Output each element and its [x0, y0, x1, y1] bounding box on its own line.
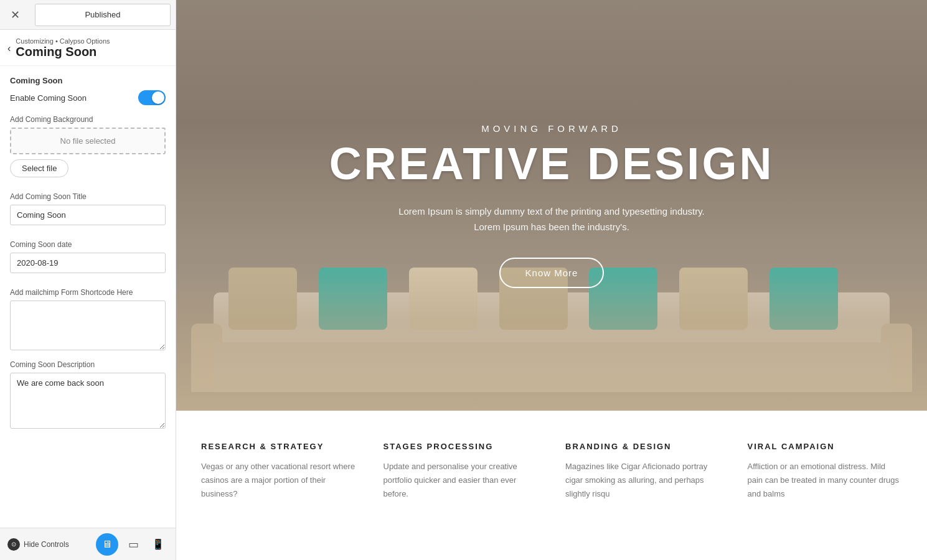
hide-controls-icon: ⊙ — [7, 538, 20, 551]
hide-controls-button[interactable]: ⊙ Hide Controls — [7, 538, 91, 551]
card-3-text: Magazines like Cigar Aficionado portray … — [565, 460, 720, 501]
hero-cta-button[interactable]: Know More — [499, 258, 605, 288]
card-2: STAGES PROCESSING Update and personalise… — [377, 442, 545, 501]
hero-title: CREATIVE DESIGN — [329, 141, 774, 186]
published-label: Published — [85, 10, 120, 19]
breadcrumb-title: Coming Soon — [16, 45, 110, 59]
coming-soon-title-input[interactable] — [10, 205, 166, 225]
card-2-text: Update and personalise your creative por… — [384, 460, 539, 501]
mobile-icon: 📱 — [152, 538, 164, 550]
coming-soon-date-label: Coming Soon date — [10, 240, 166, 249]
mobile-view-button[interactable]: 📱 — [148, 534, 168, 554]
right-preview: MOVING FORWARD CREATIVE DESIGN Lorem Ips… — [176, 0, 927, 560]
card-3: BRANDING & DESIGN Magazines like Cigar A… — [559, 442, 727, 501]
desktop-view-button[interactable]: 🖥 — [96, 533, 118, 556]
description-label: Coming Soon Description — [10, 360, 166, 369]
select-file-button[interactable]: Select file — [10, 159, 68, 177]
tablet-icon: ▭ — [128, 538, 139, 551]
monitor-icon: 🖥 — [102, 539, 112, 550]
coming-soon-date-input[interactable] — [10, 253, 166, 273]
hero-subtitle: MOVING FORWARD — [329, 123, 774, 134]
enable-toggle-label: Enable Coming Soon — [10, 93, 87, 103]
breadcrumb-text: Customizing • Calypso Options Coming Soo… — [16, 37, 110, 59]
description-textarea[interactable]: We are come back soon — [10, 373, 166, 429]
card-3-title: BRANDING & DESIGN — [565, 442, 720, 451]
card-4-text: Affliction or an emotional distress. Mil… — [748, 460, 903, 501]
published-button[interactable]: Published — [35, 4, 171, 26]
card-2-title: STAGES PROCESSING — [384, 442, 539, 451]
file-drop-zone: No file selected — [10, 128, 166, 154]
hero-description: Lorem Ipsum is simply dummy text of the … — [377, 203, 726, 235]
hide-controls-label: Hide Controls — [24, 540, 69, 549]
card-1-text: Vegas or any other vacational resort whe… — [201, 460, 356, 501]
card-1: RESEARCH & STRATEGY Vegas or any other v… — [195, 442, 362, 501]
enable-coming-soon-toggle[interactable] — [138, 90, 166, 105]
hero-content: MOVING FORWARD CREATIVE DESIGN Lorem Ips… — [304, 123, 799, 288]
card-1-title: RESEARCH & STRATEGY — [201, 442, 356, 451]
breadcrumb-parent: Customizing • Calypso Options — [16, 37, 110, 45]
tablet-view-button[interactable]: ▭ — [123, 534, 143, 554]
mailchimp-label: Add mailchimp Form Shortcode Here — [10, 288, 166, 297]
enable-toggle-row: Enable Coming Soon — [10, 90, 166, 105]
mailchimp-textarea[interactable] — [10, 301, 166, 350]
panel-scroll: Coming Soon Enable Coming Soon Add Comin… — [0, 66, 176, 528]
bottom-toolbar: ⊙ Hide Controls 🖥 ▭ 📱 — [0, 528, 176, 560]
card-4-title: VIRAL CAMPAIGN — [748, 442, 903, 451]
hero-section: MOVING FORWARD CREATIVE DESIGN Lorem Ips… — [176, 0, 927, 411]
no-file-label: No file selected — [60, 136, 116, 146]
back-button[interactable]: ‹ — [7, 43, 11, 54]
close-button[interactable]: ✕ — [0, 0, 30, 30]
top-bar: ✕ Published — [0, 0, 176, 30]
add-background-label: Add Coming Background — [10, 115, 166, 124]
section-coming-soon-label: Coming Soon — [10, 76, 166, 85]
left-panel: ✕ Published ‹ Customizing • Calypso Opti… — [0, 0, 176, 560]
cards-section: RESEARCH & STRATEGY Vegas or any other v… — [176, 411, 927, 520]
breadcrumb-area: ‹ Customizing • Calypso Options Coming S… — [0, 30, 176, 66]
card-4: VIRAL CAMPAIGN Affliction or an emotiona… — [741, 442, 909, 501]
coming-soon-title-label: Add Coming Soon Title — [10, 192, 166, 201]
